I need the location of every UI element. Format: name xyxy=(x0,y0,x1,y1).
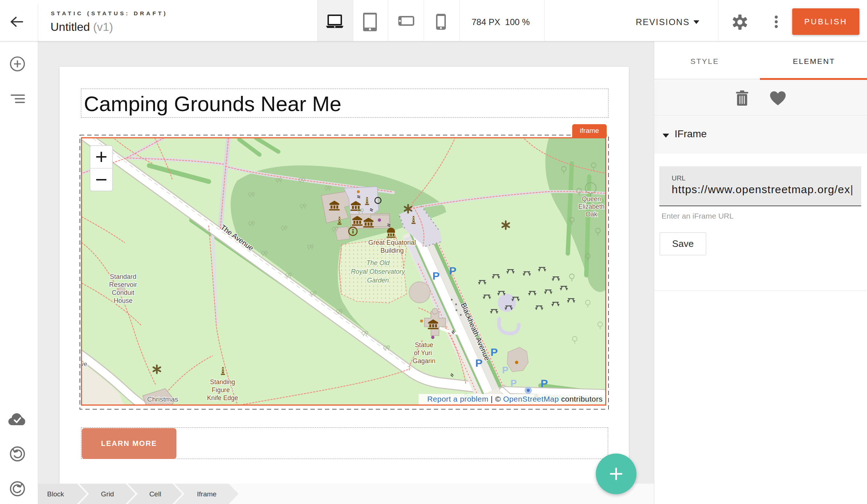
svg-text:Christmas: Christmas xyxy=(147,395,178,403)
svg-text:Great Equatorial: Great Equatorial xyxy=(368,239,416,246)
svg-text:P: P xyxy=(510,378,517,389)
svg-text:P: P xyxy=(541,377,548,389)
svg-text:P: P xyxy=(502,365,508,375)
svg-text:Elizabeth: Elizabeth xyxy=(578,203,605,210)
svg-text:Statue: Statue xyxy=(415,341,434,349)
svg-text:Report a problem | © OpenStree: Report a problem | © OpenStreetMap contr… xyxy=(427,395,603,403)
svg-text:Figure :: Figure : xyxy=(212,386,233,394)
svg-text:House: House xyxy=(114,297,133,304)
svg-text:The Old: The Old xyxy=(366,259,390,267)
svg-text:Building: Building xyxy=(380,247,404,254)
svg-text:Queen: Queen xyxy=(582,195,601,203)
svg-text:Standard: Standard xyxy=(110,273,136,280)
svg-text:Royal Observatory: Royal Observatory xyxy=(351,268,405,275)
svg-text:P: P xyxy=(475,357,483,369)
svg-text:Conduit: Conduit xyxy=(112,289,134,296)
svg-text:of Yuri: of Yuri xyxy=(414,349,432,357)
svg-text:Block: Block xyxy=(47,490,64,498)
svg-text:Oak: Oak xyxy=(586,211,597,218)
svg-text:P: P xyxy=(491,346,498,358)
svg-text:P: P xyxy=(449,265,456,277)
svg-text:Grid: Grid xyxy=(101,490,114,498)
svg-text:Reservoir: Reservoir xyxy=(109,281,137,288)
svg-text:Garden: Garden xyxy=(367,277,389,284)
svg-text:P: P xyxy=(432,270,440,282)
svg-text:Standing: Standing xyxy=(210,378,235,386)
svg-text:Cell: Cell xyxy=(149,490,161,498)
svg-text:Iframe: Iframe xyxy=(197,490,217,498)
svg-text:Knife Edge: Knife Edge xyxy=(207,394,238,402)
svg-text:Gagarin: Gagarin xyxy=(413,357,435,365)
